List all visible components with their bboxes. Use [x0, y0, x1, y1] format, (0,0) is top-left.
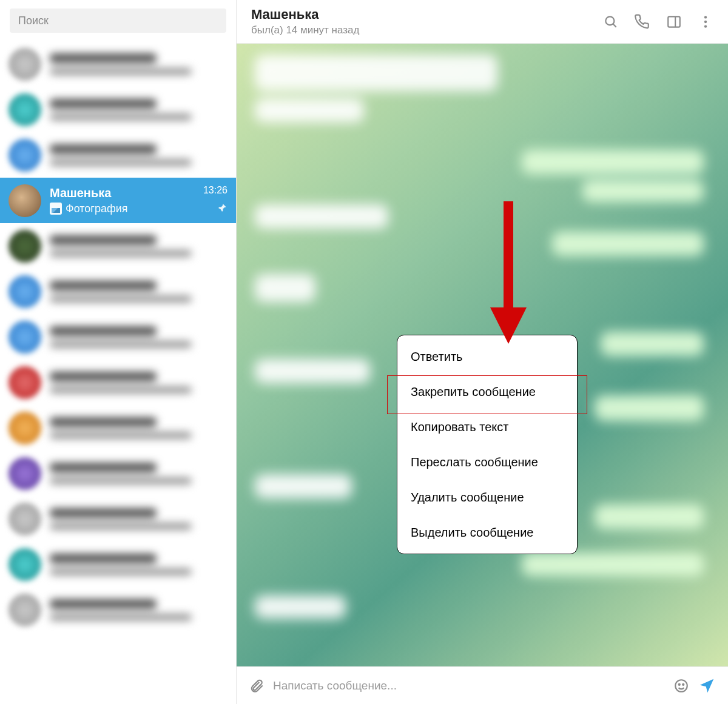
svg-point-0: [605, 16, 614, 25]
svg-rect-2: [668, 16, 680, 27]
app-root: Машенька Фотография 13:26: [0, 0, 728, 704]
list-item[interactable]: [0, 223, 236, 269]
list-item[interactable]: [0, 269, 236, 314]
ctx-delete[interactable]: Удалить сообщение: [397, 480, 577, 515]
sidebar-toggle-icon[interactable]: [666, 14, 682, 30]
attach-icon[interactable]: [249, 678, 265, 694]
context-menu: Ответить Закрепить сообщение Копировать …: [397, 335, 578, 554]
photo-icon: [50, 203, 62, 215]
chat-preview-blurred: [50, 554, 228, 575]
svg-point-11: [682, 683, 684, 685]
chat-preview-blurred: [50, 144, 228, 166]
chat-preview-blurred: [50, 326, 228, 348]
emoji-icon[interactable]: [673, 678, 689, 694]
avatar: [8, 93, 41, 126]
search-icon[interactable]: [603, 14, 619, 30]
chat-status: был(а) 14 минут назад: [251, 24, 603, 36]
chat-preview-blurred: [50, 99, 228, 121]
avatar: [8, 503, 41, 535]
chat-name: Машенька: [50, 186, 228, 200]
svg-point-9: [675, 680, 687, 692]
list-item[interactable]: [0, 587, 236, 632]
avatar: [8, 321, 41, 354]
avatar: [8, 594, 41, 626]
chat-preview-blurred: [50, 508, 228, 530]
search-wrap: [0, 0, 236, 41]
call-icon[interactable]: [635, 14, 650, 30]
message-input[interactable]: [273, 679, 665, 692]
chat-body[interactable]: Ответить Закрепить сообщение Копировать …: [237, 44, 728, 666]
ctx-forward[interactable]: Переслать сообщение: [397, 444, 577, 480]
avatar: [8, 48, 41, 81]
composer: [237, 666, 728, 704]
main-panel: Машенька был(а) 14 минут назад: [237, 0, 728, 704]
avatar: [8, 184, 41, 217]
list-item[interactable]: [0, 87, 236, 132]
list-item[interactable]: [0, 541, 236, 587]
more-icon[interactable]: [698, 14, 713, 30]
chat-preview-blurred: [50, 599, 228, 621]
chat-preview-label: Фотография: [66, 203, 128, 215]
list-item[interactable]: [0, 314, 236, 360]
list-item[interactable]: [0, 496, 236, 541]
avatar: [8, 230, 41, 263]
list-item[interactable]: [0, 132, 236, 178]
avatar: [8, 412, 41, 444]
svg-point-6: [704, 25, 707, 27]
sidebar-item-selected[interactable]: Машенька Фотография 13:26: [0, 178, 236, 223]
search-input[interactable]: [10, 8, 226, 33]
chat-preview-blurred: [50, 417, 228, 439]
chat-title: Машенька: [251, 7, 603, 22]
list-item[interactable]: [0, 451, 236, 496]
ctx-select[interactable]: Выделить сообщение: [397, 515, 577, 550]
chat-time: 13:26: [203, 185, 228, 196]
pin-icon: [217, 203, 228, 216]
chat-preview-blurred: [50, 372, 228, 394]
list-item[interactable]: [0, 41, 236, 87]
list-item[interactable]: [0, 360, 236, 405]
send-button[interactable]: [698, 677, 716, 695]
avatar: [8, 139, 41, 172]
avatar: [8, 548, 41, 581]
chat-preview-blurred: [50, 53, 228, 75]
svg-line-1: [613, 24, 616, 27]
svg-point-10: [679, 683, 680, 685]
ctx-pin-message[interactable]: Закрепить сообщение: [397, 374, 577, 409]
ctx-copy-text[interactable]: Копировать текст: [397, 409, 577, 444]
svg-point-4: [704, 16, 707, 18]
chat-preview-blurred: [50, 235, 228, 257]
svg-point-5: [704, 20, 707, 22]
avatar: [8, 457, 41, 490]
chat-header: Машенька был(а) 14 минут назад: [237, 0, 728, 44]
chat-list[interactable]: Машенька Фотография 13:26: [0, 41, 236, 704]
header-actions: [603, 14, 713, 30]
ctx-reply[interactable]: Ответить: [397, 339, 577, 374]
list-item[interactable]: [0, 405, 236, 451]
chat-preview: Машенька Фотография: [50, 186, 228, 215]
avatar: [8, 275, 41, 308]
chat-preview-blurred: [50, 463, 228, 484]
chat-preview-blurred: [50, 281, 228, 303]
header-titles[interactable]: Машенька был(а) 14 минут назад: [251, 7, 603, 36]
sidebar: Машенька Фотография 13:26: [0, 0, 237, 704]
avatar: [8, 366, 41, 399]
